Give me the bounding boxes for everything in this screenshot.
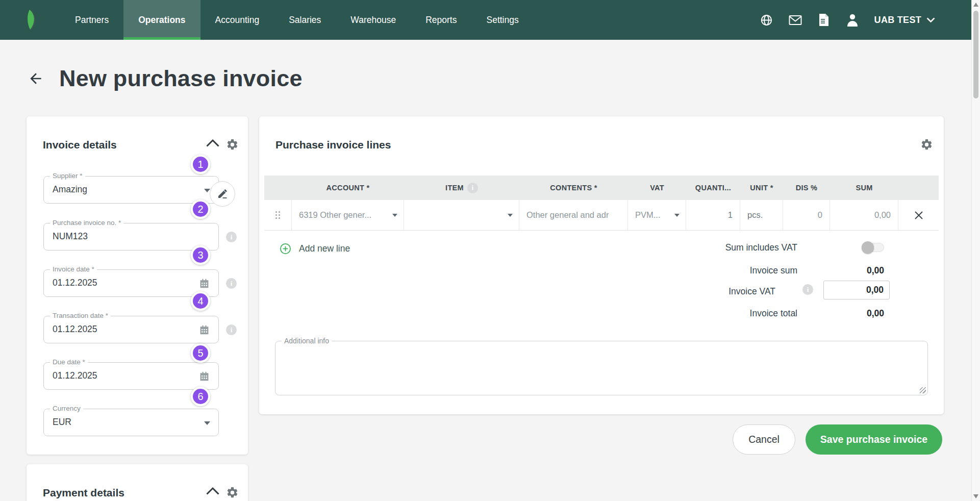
language-globe-icon[interactable] bbox=[760, 13, 773, 27]
unit-value: pcs. bbox=[747, 210, 763, 220]
additional-info-textarea[interactable]: Additional info bbox=[275, 341, 928, 395]
invoice-sum-row: Invoice sum 0,00 bbox=[259, 264, 944, 277]
chevron-down-icon[interactable] bbox=[204, 421, 210, 425]
discount-value: 0 bbox=[818, 210, 822, 220]
table-row: 6319 Other gener... Other general and ad… bbox=[264, 200, 939, 231]
purchase-invoice-no-field[interactable]: Purchase invoice no. * NUM123 bbox=[43, 223, 219, 251]
user-profile-icon[interactable] bbox=[846, 13, 859, 27]
invoice-sum-label: Invoice sum bbox=[750, 265, 797, 276]
due-date-field[interactable]: Due date * 01.12.2025 bbox=[43, 362, 219, 390]
header-quantity: QUANTI... bbox=[686, 176, 740, 200]
info-icon[interactable] bbox=[226, 278, 237, 289]
invoice-vat-input[interactable] bbox=[823, 281, 890, 299]
sum-includes-vat-label: Sum includes VAT bbox=[725, 242, 797, 253]
nav-item-warehouse[interactable]: Warehouse bbox=[336, 0, 411, 40]
account-value: 6319 Other gener... bbox=[299, 210, 371, 220]
chevron-down-icon[interactable] bbox=[204, 189, 210, 192]
item-select[interactable] bbox=[404, 200, 519, 231]
currency-label: Currency bbox=[50, 405, 83, 412]
chevron-down-icon bbox=[392, 214, 397, 217]
edit-supplier-button[interactable] bbox=[210, 181, 235, 207]
info-icon[interactable] bbox=[226, 232, 237, 242]
company-menu[interactable]: UAB TEST bbox=[874, 15, 935, 26]
calendar-icon[interactable] bbox=[199, 279, 209, 288]
nav-item-settings[interactable]: Settings bbox=[471, 0, 533, 40]
nav-item-salaries[interactable]: Salaries bbox=[274, 0, 336, 40]
sum-includes-vat-toggle[interactable] bbox=[862, 243, 884, 252]
step-badge-2: 2 bbox=[191, 199, 210, 219]
quantity-value: 1 bbox=[728, 210, 733, 220]
due-date-value: 01.12.2025 bbox=[53, 370, 97, 381]
account-select[interactable]: 6319 Other gener... bbox=[292, 200, 404, 231]
delete-row-button[interactable] bbox=[898, 200, 939, 231]
panel-settings-button[interactable] bbox=[226, 486, 239, 499]
header-discount: DIS % bbox=[783, 176, 830, 200]
pencil-icon bbox=[216, 188, 229, 200]
calendar-icon[interactable] bbox=[199, 371, 209, 381]
currency-value: EUR bbox=[53, 417, 71, 428]
transaction-date-field[interactable]: Transaction date * 01.12.2025 bbox=[43, 316, 219, 343]
scroll-up-arrow-icon[interactable] bbox=[973, 3, 978, 7]
top-nav: Partners Operations Accounting Salaries … bbox=[0, 0, 980, 40]
resize-handle[interactable] bbox=[920, 387, 926, 393]
purchase-invoice-no-value: NUM123 bbox=[53, 231, 88, 242]
collapse-panel-button[interactable] bbox=[206, 139, 221, 152]
chevron-down-icon bbox=[508, 214, 513, 217]
sum-input[interactable]: 0,00 bbox=[830, 200, 898, 231]
supplier-field[interactable]: Supplier * Amazing bbox=[43, 176, 219, 204]
nav-item-operations[interactable]: Operations bbox=[123, 0, 200, 40]
drag-handle-icon bbox=[275, 211, 280, 219]
purchase-invoice-no-label: Purchase invoice no. * bbox=[50, 219, 123, 227]
quantity-input[interactable]: 1 bbox=[686, 200, 740, 231]
calendar-icon[interactable] bbox=[199, 325, 209, 335]
scrollbar-thumb[interactable] bbox=[973, 11, 978, 98]
vertical-scrollbar[interactable] bbox=[971, 0, 980, 501]
nav-item-accounting[interactable]: Accounting bbox=[200, 0, 274, 40]
header-actions-col bbox=[898, 176, 939, 200]
step-badge-3: 3 bbox=[191, 245, 210, 265]
lines-settings-button[interactable] bbox=[920, 138, 934, 152]
nav-item-reports[interactable]: Reports bbox=[411, 0, 471, 40]
sum-includes-vat-row: Sum includes VAT bbox=[259, 241, 944, 254]
vat-select[interactable]: PVM... bbox=[628, 200, 686, 231]
currency-field[interactable]: Currency EUR bbox=[43, 409, 219, 436]
header-unit: UNIT * bbox=[740, 176, 783, 200]
gear-icon bbox=[226, 138, 239, 151]
discount-input[interactable]: 0 bbox=[783, 200, 830, 231]
step-badge-6: 6 bbox=[191, 387, 210, 406]
invoice-total-row: Invoice total 0,00 bbox=[259, 307, 944, 319]
invoice-lines-table: ACCOUNT * ITEM CONTENTS * VAT QUANTI... … bbox=[264, 176, 939, 231]
cancel-button[interactable]: Cancel bbox=[733, 424, 795, 455]
info-icon[interactable] bbox=[802, 284, 813, 295]
step-badge-5: 5 bbox=[191, 343, 210, 363]
leaf-logo-icon bbox=[22, 9, 38, 31]
scroll-down-arrow-icon[interactable] bbox=[973, 494, 978, 498]
chevron-up-icon bbox=[206, 487, 220, 495]
documents-icon[interactable] bbox=[817, 13, 831, 27]
header-item: ITEM bbox=[404, 176, 519, 200]
contents-input[interactable]: Other general and adr bbox=[519, 200, 628, 231]
toggle-knob bbox=[862, 241, 874, 254]
page-header: New purchase invoice bbox=[27, 65, 303, 92]
save-purchase-invoice-button[interactable]: Save purchase invoice bbox=[806, 424, 942, 455]
info-icon[interactable] bbox=[226, 324, 237, 335]
info-icon[interactable] bbox=[467, 183, 478, 193]
app-logo[interactable] bbox=[0, 0, 60, 40]
row-drag-handle[interactable] bbox=[264, 200, 292, 231]
unit-input[interactable]: pcs. bbox=[740, 200, 783, 231]
invoice-details-panel: Invoice details Supplier * Amazing Purch… bbox=[27, 116, 248, 455]
invoice-date-field[interactable]: Invoice date * 01.12.2025 bbox=[43, 269, 219, 297]
messages-mail-icon[interactable] bbox=[789, 13, 802, 27]
payment-details-title: Payment details bbox=[43, 487, 124, 499]
nav-item-partners[interactable]: Partners bbox=[60, 0, 123, 40]
collapse-panel-button[interactable] bbox=[206, 487, 221, 500]
chevron-down-icon bbox=[926, 17, 935, 23]
table-header-row: ACCOUNT * ITEM CONTENTS * VAT QUANTI... … bbox=[264, 176, 939, 200]
back-arrow-button[interactable] bbox=[27, 69, 45, 88]
purchase-invoice-lines-panel: Purchase invoice lines ACCOUNT * ITEM CO… bbox=[259, 116, 944, 414]
panel-settings-button[interactable] bbox=[226, 138, 239, 152]
invoice-details-title: Invoice details bbox=[43, 139, 117, 151]
invoice-vat-label: Invoice VAT bbox=[728, 286, 775, 297]
supplier-value: Amazing bbox=[53, 184, 87, 195]
nav-utilities: UAB TEST bbox=[760, 0, 935, 40]
